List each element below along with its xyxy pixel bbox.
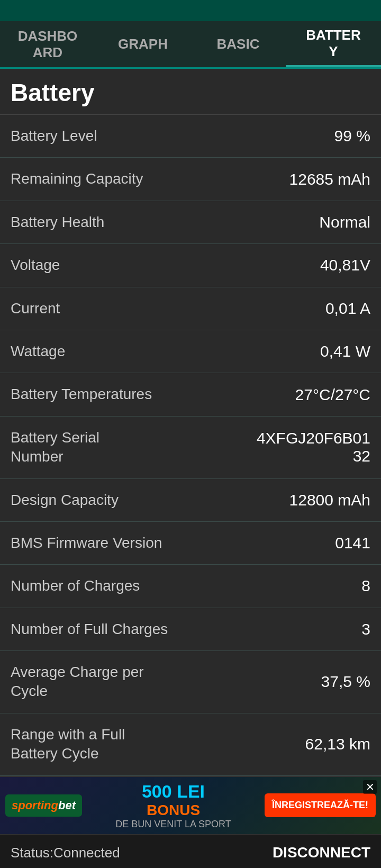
row-average-charge: Average Charge perCycle 37,5 % [0,651,381,713]
row-battery-serial: Battery SerialNumber 4XFGJ20F6B0132 [0,417,381,479]
row-voltage: Voltage 40,81V [0,244,381,287]
value-battery-serial: 4XFGJ20F6B0132 [257,429,370,465]
label-average-charge: Average Charge perCycle [11,663,321,701]
value-current: 0,01 A [325,300,370,318]
value-battery-level: 99 % [334,127,370,145]
label-voltage: Voltage [11,256,320,275]
page-title-section: Battery [0,69,381,115]
ad-inner: sportingbet 500 LEI BONUS DE BUN VENIT L… [0,777,381,834]
label-remaining-capacity: Remaining Capacity [11,169,289,188]
connection-status: Status:Connected [11,845,120,861]
ad-sub: DE BUN VENIT LA SPORT [87,819,259,830]
value-number-of-charges: 8 [361,577,370,595]
tab-basic-label: BASIC [217,36,260,52]
ad-close-button[interactable]: ✕ [363,780,377,794]
bottom-bar: Status:Connected DISCONNECT [0,834,381,868]
value-remaining-capacity: 12685 mAh [289,170,370,188]
label-battery-health: Battery Health [11,213,319,232]
value-range-full-cycle: 62,13 km [305,735,370,753]
value-design-capacity: 12800 mAh [289,491,370,509]
ad-amount: 500 LEI [87,781,259,802]
ad-banner[interactable]: sportingbet 500 LEI BONUS DE BUN VENIT L… [0,776,381,834]
tab-battery-label: BATTERY [306,27,361,60]
disconnect-button[interactable]: DISCONNECT [273,844,370,861]
value-battery-health: Normal [319,213,370,231]
row-bms-firmware: BMS Firmware Version 0141 [0,522,381,565]
label-number-of-charges: Number of Charges [11,576,361,595]
label-design-capacity: Design Capacity [11,491,289,510]
ad-cta-button[interactable]: ÎNREGISTREAZĂ-TE! [265,793,376,817]
value-battery-temperatures: 27°C/27°C [295,386,370,404]
value-wattage: 0,41 W [320,342,370,360]
row-range-full-cycle: Range with a FullBattery Cycle 62,13 km [0,713,381,776]
row-battery-level: Battery Level 99 % [0,115,381,158]
label-battery-level: Battery Level [11,126,334,146]
label-range-full-cycle: Range with a FullBattery Cycle [11,725,305,764]
value-voltage: 40,81V [320,256,370,274]
row-remaining-capacity: Remaining Capacity 12685 mAh [0,158,381,201]
label-current: Current [11,299,325,318]
tab-dashboard-label: DASHBOARD [18,28,78,61]
tab-graph-label: GRAPH [118,36,168,52]
value-number-of-full-charges: 3 [361,620,370,638]
row-number-of-full-charges: Number of Full Charges 3 [0,608,381,651]
row-design-capacity: Design Capacity 12800 mAh [0,479,381,522]
row-wattage: Wattage 0,41 W [0,330,381,373]
label-battery-serial: Battery SerialNumber [11,428,257,467]
status-bar [0,0,381,21]
tab-basic[interactable]: BASIC [190,21,286,67]
value-bms-firmware: 0141 [335,534,370,552]
label-number-of-full-charges: Number of Full Charges [11,620,361,639]
tab-graph[interactable]: GRAPH [95,21,190,67]
page-title: Battery [11,78,370,107]
ad-text: 500 LEI BONUS DE BUN VENIT LA SPORT [87,781,259,830]
row-number-of-charges: Number of Charges 8 [0,565,381,608]
label-wattage: Wattage [11,342,320,361]
tab-battery[interactable]: BATTERY [286,21,381,67]
label-bms-firmware: BMS Firmware Version [11,534,335,553]
row-current: Current 0,01 A [0,287,381,330]
ad-bonus: BONUS [87,802,259,819]
tab-dashboard[interactable]: DASHBOARD [0,21,95,67]
row-battery-temperatures: Battery Temperatures 27°C/27°C [0,373,381,416]
content-area: Battery Level 99 % Remaining Capacity 12… [0,115,381,776]
value-average-charge: 37,5 % [321,673,370,691]
row-battery-health: Battery Health Normal [0,201,381,244]
tab-bar: DASHBOARD GRAPH BASIC BATTERY [0,21,381,69]
label-battery-temperatures: Battery Temperatures [11,385,295,404]
ad-logo: sportingbet [5,794,82,817]
